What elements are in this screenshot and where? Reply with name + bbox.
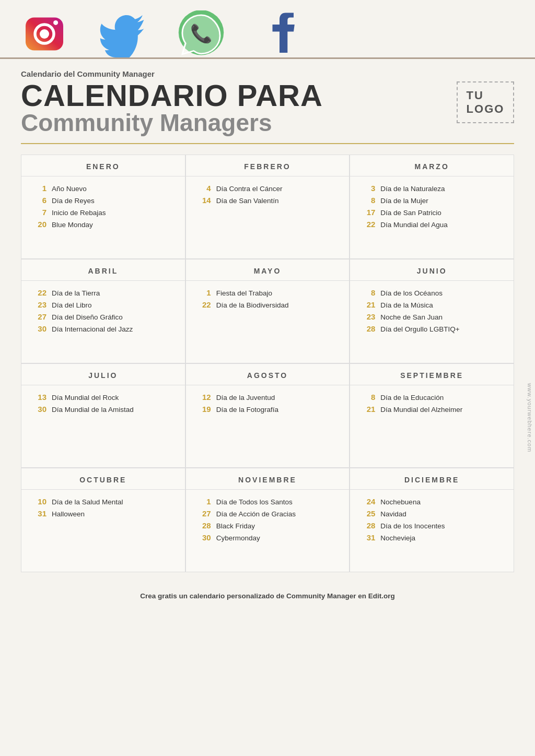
event-name: Día de Acción de Gracias bbox=[216, 510, 296, 518]
event-name: Día Mundial de la Amistad bbox=[52, 406, 134, 414]
website-text: www.yourwebhere.com bbox=[527, 383, 533, 453]
month-cell-enero: ENERO1Año Nuevo6Día de Reyes7Inicio de R… bbox=[21, 155, 185, 259]
event-day: 6 bbox=[32, 196, 46, 205]
event-name: Día Mundial del Alzheimer bbox=[380, 406, 462, 414]
event-row: 28Black Friday bbox=[196, 521, 339, 530]
event-day: 1 bbox=[32, 184, 46, 193]
event-name: Día de San Valentín bbox=[216, 197, 279, 205]
month-events: 8Día de la Educación21Día Mundial del Al… bbox=[350, 385, 514, 424]
event-row: 22Día de la Biodiversidad bbox=[196, 300, 339, 309]
event-name: Halloween bbox=[52, 510, 85, 518]
event-day: 31 bbox=[32, 509, 46, 518]
month-header: FEBRERO bbox=[186, 155, 350, 176]
event-day: 21 bbox=[360, 300, 375, 309]
month-events: 24Nochebuena25Navidad28Día de los Inocen… bbox=[350, 490, 514, 552]
event-row: 17Día de San Patricio bbox=[360, 208, 503, 217]
event-day: 8 bbox=[360, 393, 375, 401]
event-day: 22 bbox=[196, 300, 211, 309]
month-header: OCTUBRE bbox=[21, 468, 185, 490]
event-name: Día de los Inocentes bbox=[380, 522, 445, 530]
event-day: 4 bbox=[196, 184, 211, 193]
month-header: SEPTIEMBRE bbox=[350, 364, 514, 385]
footer: Crea gratis un calendario personalizado … bbox=[0, 583, 535, 609]
event-day: 30 bbox=[32, 324, 46, 333]
main-title: CALENDARIO PARA bbox=[21, 80, 323, 111]
month-cell-junio: JUNIO8Día de los Océanos21Día de la Músi… bbox=[350, 259, 514, 363]
event-day: 28 bbox=[360, 324, 375, 333]
event-row: 24Nochebuena bbox=[360, 497, 503, 506]
twitter-icon bbox=[99, 10, 146, 57]
event-name: Día Mundial del Rock bbox=[52, 394, 119, 401]
month-header: MARZO bbox=[350, 155, 514, 176]
event-row: 31Halloween bbox=[32, 509, 175, 518]
event-name: Fiesta del Trabajo bbox=[216, 289, 272, 297]
event-row: 28Día de los Inocentes bbox=[360, 521, 503, 530]
month-events: 12Día de la Juventud19Día de la Fotograf… bbox=[186, 385, 350, 424]
month-header: NOVIEMBRE bbox=[186, 468, 350, 490]
event-row: 21Día Mundial del Alzheimer bbox=[360, 405, 503, 414]
event-row: 31Nochevieja bbox=[360, 533, 503, 542]
event-day: 31 bbox=[360, 533, 375, 542]
event-day: 3 bbox=[360, 184, 375, 193]
event-name: Día de la Biodiversidad bbox=[216, 301, 289, 309]
event-row: 1Día de Todos los Santos bbox=[196, 497, 339, 506]
sub-title: Community Managers bbox=[21, 111, 323, 135]
event-name: Día de la Mujer bbox=[380, 197, 428, 205]
event-row: 8Día de los Océanos bbox=[360, 288, 503, 297]
event-row: 13Día Mundial del Rock bbox=[32, 393, 175, 401]
event-row: 1Fiesta del Trabajo bbox=[196, 288, 339, 297]
month-header: ABRIL bbox=[21, 259, 185, 281]
event-row: 22Día de la Tierra bbox=[32, 288, 175, 297]
event-name: Día de la Juventud bbox=[216, 394, 275, 401]
event-row: 27Día del Diseño Gráfico bbox=[32, 312, 175, 321]
event-day: 23 bbox=[32, 300, 46, 309]
event-row: 1Año Nuevo bbox=[32, 184, 175, 193]
footer-text: Crea gratis un calendario personalizado … bbox=[140, 592, 395, 600]
month-header: JULIO bbox=[21, 364, 185, 385]
month-header: AGOSTO bbox=[186, 364, 350, 385]
event-day: 8 bbox=[360, 288, 375, 297]
event-name: Día de la Tierra bbox=[52, 289, 100, 297]
month-events: 4Día Contra el Cáncer14Día de San Valent… bbox=[186, 176, 350, 215]
month-cell-noviembre: NOVIEMBRE1Día de Todos los Santos27Día d… bbox=[185, 468, 350, 572]
logo-placeholder: TULOGO bbox=[457, 81, 514, 123]
event-day: 19 bbox=[196, 405, 211, 414]
event-row: 8Día de la Mujer bbox=[360, 196, 503, 205]
month-cell-octubre: OCTUBRE10Día de la Salud Mental31Hallowe… bbox=[21, 468, 185, 572]
month-cell-abril: ABRIL22Día de la Tierra23Día del Libro27… bbox=[21, 259, 185, 363]
event-name: Blue Monday bbox=[52, 221, 93, 229]
event-day: 28 bbox=[196, 521, 211, 530]
event-name: Día de Reyes bbox=[52, 197, 95, 205]
month-cell-agosto: AGOSTO12Día de la Juventud19Día de la Fo… bbox=[185, 363, 350, 468]
event-name: Navidad bbox=[380, 510, 406, 518]
event-day: 27 bbox=[32, 312, 46, 321]
event-name: Día Internacional del Jazz bbox=[52, 325, 133, 333]
event-row: 23Día del Libro bbox=[32, 300, 175, 309]
title-left: Calendario del Community Manager CALENDA… bbox=[21, 69, 323, 135]
event-row: 22Día Mundial del Agua bbox=[360, 220, 503, 229]
calendar-grid: ENERO1Año Nuevo6Día de Reyes7Inicio de R… bbox=[0, 144, 535, 583]
event-row: 23Noche de San Juan bbox=[360, 312, 503, 321]
event-row: 19Día de la Fotografía bbox=[196, 405, 339, 414]
event-day: 25 bbox=[360, 509, 375, 518]
event-row: 14Día de San Valentín bbox=[196, 196, 339, 205]
event-name: Día de los Océanos bbox=[380, 289, 443, 297]
event-row: 10Día de la Salud Mental bbox=[32, 497, 175, 506]
month-header: JUNIO bbox=[350, 259, 514, 281]
instagram-icon bbox=[21, 10, 68, 57]
event-day: 22 bbox=[360, 220, 375, 229]
month-cell-febrero: FEBRERO4Día Contra el Cáncer14Día de San… bbox=[185, 155, 350, 259]
event-row: 12Día de la Juventud bbox=[196, 393, 339, 401]
event-name: Nochevieja bbox=[380, 534, 415, 542]
event-day: 17 bbox=[360, 208, 375, 217]
sidebar-watermark: www.yourwebhere.com bbox=[525, 365, 535, 470]
event-row: 8Día de la Educación bbox=[360, 393, 503, 401]
facebook-icon bbox=[256, 10, 303, 57]
event-day: 30 bbox=[32, 405, 46, 414]
month-events: 1Fiesta del Trabajo22Día de la Biodivers… bbox=[186, 281, 350, 320]
event-day: 1 bbox=[196, 288, 211, 297]
event-name: Black Friday bbox=[216, 522, 255, 530]
event-day: 14 bbox=[196, 196, 211, 205]
event-name: Día del Libro bbox=[52, 301, 92, 309]
month-events: 3Día de la Naturaleza8Día de la Mujer17D… bbox=[350, 176, 514, 239]
